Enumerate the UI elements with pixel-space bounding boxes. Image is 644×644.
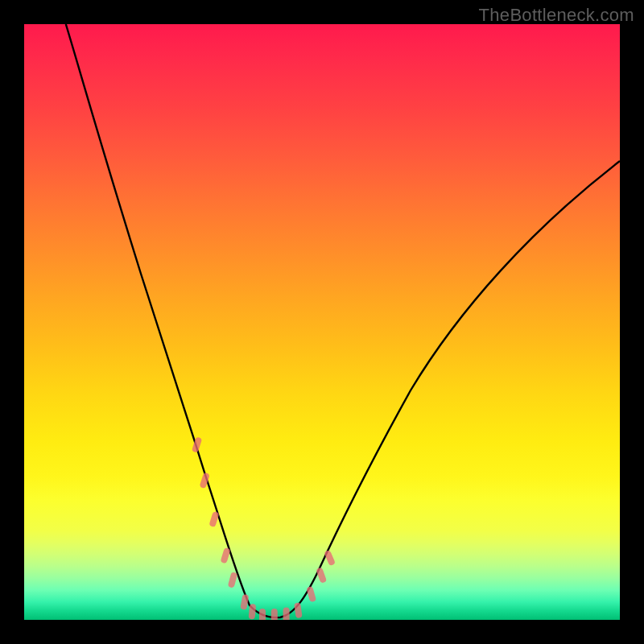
svg-rect-11 — [306, 586, 316, 602]
chart-container: TheBottleneck.com — [0, 0, 644, 644]
svg-rect-12 — [316, 567, 327, 584]
svg-rect-3 — [220, 547, 230, 564]
svg-rect-7 — [259, 609, 266, 620]
svg-rect-9 — [283, 608, 290, 620]
svg-rect-4 — [228, 572, 238, 588]
svg-rect-13 — [324, 550, 336, 567]
svg-rect-8 — [271, 609, 278, 620]
svg-rect-10 — [294, 602, 303, 618]
svg-rect-2 — [208, 511, 219, 528]
svg-rect-5 — [240, 594, 249, 610]
highlight-dots — [192, 436, 336, 620]
plot-area — [24, 24, 620, 620]
bottleneck-curve — [66, 24, 620, 617]
curve-layer — [24, 24, 620, 620]
watermark-text: TheBottleneck.com — [479, 5, 634, 26]
